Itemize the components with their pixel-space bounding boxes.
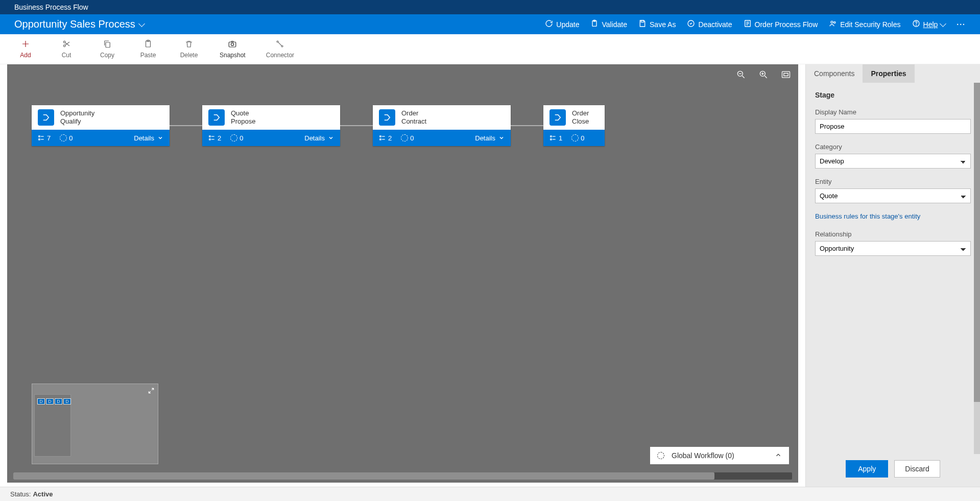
order-flow-icon bbox=[744, 19, 752, 29]
connector-line bbox=[340, 125, 373, 126]
workflow-count: 0 bbox=[401, 134, 414, 142]
app-title: Business Process Flow bbox=[14, 3, 88, 11]
details-toggle[interactable]: Details bbox=[134, 134, 163, 142]
stage-row: OpportunityQualify 7 0Details QuotePropo… bbox=[32, 105, 605, 146]
side-body: Stage Display Name Category Develop Enti… bbox=[806, 83, 980, 454]
help-button[interactable]: Help bbox=[912, 19, 946, 29]
deactivate-icon bbox=[687, 19, 695, 29]
category-select[interactable]: Develop bbox=[815, 154, 971, 169]
update-button[interactable]: Update bbox=[545, 19, 579, 29]
svg-point-16 bbox=[277, 41, 278, 42]
entity-label: Entity bbox=[815, 178, 971, 185]
scrollbar-thumb[interactable] bbox=[13, 472, 714, 480]
minimap-viewport[interactable] bbox=[34, 394, 71, 457]
status-label: Status: bbox=[10, 490, 31, 498]
svg-point-10 bbox=[63, 41, 65, 43]
status-value: Active bbox=[33, 490, 53, 498]
canvas-tools bbox=[736, 69, 791, 81]
app-titlebar: Business Process Flow bbox=[0, 0, 980, 14]
stage-icon bbox=[208, 109, 225, 126]
svg-rect-25 bbox=[209, 139, 210, 140]
stage-icon bbox=[38, 109, 54, 126]
minimap[interactable]: D D D D bbox=[32, 384, 158, 464]
stage-title: OrderContract bbox=[401, 109, 426, 125]
validate-button[interactable]: Validate bbox=[590, 19, 627, 29]
business-rules-link[interactable]: Business rules for this stage's entity bbox=[815, 212, 971, 220]
refresh-icon bbox=[545, 19, 553, 29]
fit-screen-button[interactable] bbox=[781, 69, 791, 81]
stage-card[interactable]: OrderContract 2 0Details bbox=[373, 105, 511, 146]
svg-rect-29 bbox=[551, 139, 552, 140]
connector-line bbox=[170, 125, 202, 126]
svg-rect-21 bbox=[784, 74, 788, 76]
step-count: 7 bbox=[38, 134, 51, 142]
canvas-scrollbar[interactable] bbox=[13, 472, 792, 480]
svg-rect-22 bbox=[39, 136, 40, 137]
tab-properties[interactable]: Properties bbox=[863, 64, 914, 83]
trash-icon bbox=[184, 39, 194, 49]
connector-button[interactable]: Connector bbox=[266, 39, 294, 59]
stage-title: OpportunityQualify bbox=[60, 109, 94, 125]
global-workflow-label: Global Workflow (0) bbox=[672, 451, 734, 460]
clipboard-icon bbox=[590, 19, 599, 29]
svg-point-9 bbox=[63, 45, 65, 47]
side-scrollbar[interactable] bbox=[974, 83, 980, 454]
relationship-select[interactable]: Opportunity bbox=[815, 241, 971, 256]
add-button[interactable]: Add bbox=[15, 39, 36, 59]
svg-rect-24 bbox=[209, 136, 210, 137]
connector-icon bbox=[275, 39, 284, 49]
stage-title: OrderClose bbox=[572, 109, 589, 125]
deactivate-button[interactable]: Deactivate bbox=[687, 19, 732, 29]
paste-button[interactable]: Paste bbox=[138, 39, 158, 59]
snapshot-button[interactable]: Snapshot bbox=[220, 39, 246, 59]
people-icon bbox=[829, 19, 837, 29]
zoom-out-button[interactable] bbox=[736, 69, 746, 81]
global-workflow-bar[interactable]: Global Workflow (0) bbox=[650, 447, 789, 464]
delete-button[interactable]: Delete bbox=[179, 39, 199, 59]
toolbar: Add Cut Copy Paste Delete Snapshot Conne… bbox=[0, 34, 980, 64]
stage-icon bbox=[549, 109, 566, 126]
plus-icon bbox=[21, 39, 30, 49]
save-as-button[interactable]: Save As bbox=[638, 19, 676, 29]
canvas[interactable]: OpportunityQualify 7 0Details QuotePropo… bbox=[7, 64, 798, 483]
copy-button[interactable]: Copy bbox=[97, 39, 117, 59]
side-tabs: Components Properties bbox=[806, 64, 980, 83]
side-scrollbar-thumb[interactable] bbox=[974, 83, 980, 402]
relationship-label: Relationship bbox=[815, 230, 971, 238]
copy-icon bbox=[103, 39, 112, 49]
ribbon-actions: Update Validate Save As Deactivate Order… bbox=[545, 19, 966, 29]
zoom-in-button[interactable] bbox=[758, 69, 769, 81]
camera-icon bbox=[228, 39, 237, 49]
process-name-text: Opportunity Sales Process bbox=[14, 18, 135, 30]
workflow-count: 0 bbox=[571, 134, 584, 142]
process-name-dropdown[interactable]: Opportunity Sales Process bbox=[14, 18, 144, 30]
side-panel: Components Properties Stage Display Name… bbox=[805, 64, 980, 487]
stage-card[interactable]: OpportunityQualify 7 0Details bbox=[32, 105, 170, 146]
svg-rect-26 bbox=[380, 136, 381, 137]
svg-point-6 bbox=[834, 21, 835, 23]
svg-point-15 bbox=[231, 43, 234, 45]
workflow-count: 0 bbox=[60, 134, 73, 142]
svg-rect-23 bbox=[39, 139, 40, 140]
scissors-icon bbox=[62, 39, 71, 49]
more-button[interactable]: ··· bbox=[957, 20, 966, 29]
connector-line bbox=[511, 125, 543, 126]
cut-button[interactable]: Cut bbox=[56, 39, 77, 59]
discard-button[interactable]: Discard bbox=[894, 460, 940, 478]
stage-card[interactable]: OrderClose 1 0 bbox=[543, 105, 605, 146]
edit-security-roles-button[interactable]: Edit Security Roles bbox=[829, 19, 900, 29]
svg-point-5 bbox=[831, 21, 833, 23]
stage-card[interactable]: QuotePropose 2 0Details bbox=[202, 105, 340, 146]
apply-button[interactable]: Apply bbox=[846, 460, 888, 478]
chevron-up-icon[interactable] bbox=[775, 451, 782, 460]
entity-select[interactable]: Quote bbox=[815, 188, 971, 203]
order-process-flow-button[interactable]: Order Process Flow bbox=[744, 19, 818, 29]
tab-components[interactable]: Components bbox=[806, 64, 863, 83]
details-toggle[interactable]: Details bbox=[475, 134, 505, 142]
display-name-input[interactable] bbox=[815, 119, 971, 134]
details-toggle[interactable]: Details bbox=[304, 134, 334, 142]
expand-icon[interactable] bbox=[148, 387, 155, 396]
svg-point-8 bbox=[916, 25, 916, 26]
svg-rect-20 bbox=[782, 71, 790, 78]
chevron-down-icon bbox=[940, 20, 946, 27]
